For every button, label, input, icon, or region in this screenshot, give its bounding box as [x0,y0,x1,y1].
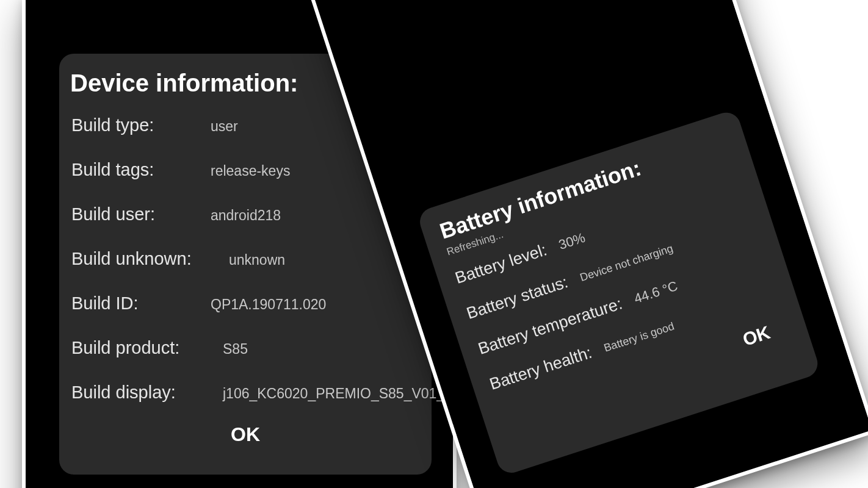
value-build-tags: release-keys [206,160,290,180]
value-build-id: QP1A.190711.020 [206,293,326,314]
value-build-unknown: unknown [224,249,285,269]
value-battery-health: Battery is good [588,317,676,359]
label-build-id: Build ID: [71,293,206,314]
row-build-display: Build display: j106_KC6020_PREMIO_S85_V0… [71,382,419,403]
row-build-product: Build product: S85 [71,338,419,358]
value-build-display: j106_KC6020_PREMIO_S85_V01_20201215 [218,382,406,403]
label-build-unknown: Build unknown: [71,249,224,269]
value-build-type: user [206,115,238,135]
ok-button[interactable]: OK [71,423,419,446]
row-build-tags: Build tags: release-keys [71,160,419,180]
battery-info-dialog: Battery information: Refreshing... Batte… [416,109,822,476]
value-battery-temperature: 44.6 °C [619,276,680,311]
label-build-display: Build display: [71,382,218,403]
label-build-tags: Build tags: [71,160,206,180]
value-build-user: android218 [206,204,281,224]
label-build-user: Build user: [71,204,206,224]
label-build-product: Build product: [71,338,218,358]
row-build-unknown: Build unknown: unknown [71,249,419,269]
row-build-id: Build ID: QP1A.190711.020 [71,293,419,314]
label-build-type: Build type: [71,115,206,135]
row-build-user: Build user: android218 [71,204,419,224]
value-battery-level: 30% [543,228,587,257]
value-build-product: S85 [218,338,248,358]
